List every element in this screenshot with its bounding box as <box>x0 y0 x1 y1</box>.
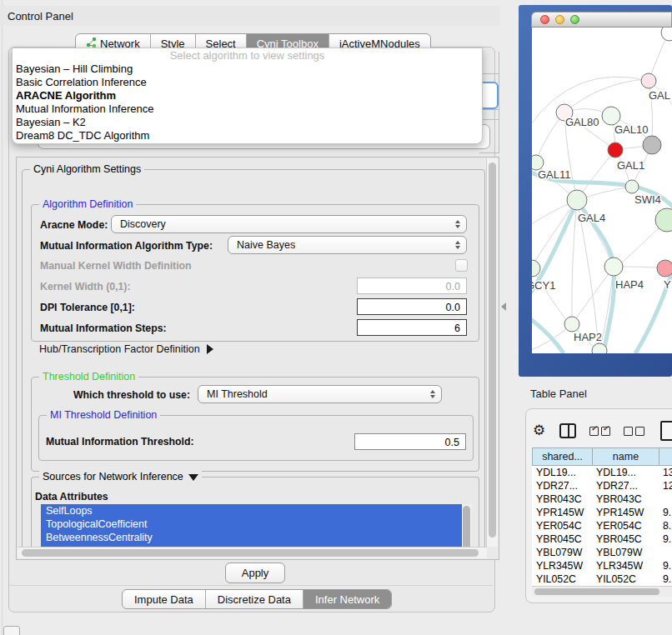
which-threshold-combo[interactable]: MI Threshold <box>198 385 442 403</box>
algorithm-dropdown-list: Bayesian – Hill ClimbingBasic Correlatio… <box>13 62 482 142</box>
table-cell: YER054C <box>592 519 659 532</box>
column-header[interactable]: name <box>592 448 659 466</box>
select-all-checkboxes-icon[interactable] <box>589 427 610 436</box>
table-horizontal-scrollbar[interactable] <box>532 586 672 597</box>
mi-threshold-definition-group: MI Threshold Definition Mutual Informati… <box>38 415 474 461</box>
table-cell: YPR145W <box>532 506 592 519</box>
splitpane-collapse-icon[interactable] <box>501 302 506 311</box>
attribute-list-scrollbar[interactable] <box>462 504 472 547</box>
table-cell: YDL19... <box>532 466 592 479</box>
network-node-y[interactable] <box>657 260 672 277</box>
column-header[interactable]: shared... <box>532 448 592 466</box>
column-layout-icon[interactable] <box>559 423 576 438</box>
network-node-swi4[interactable] <box>625 180 639 193</box>
table-cell: 9. <box>659 572 672 586</box>
dpi-tolerance-field[interactable]: 0.0 <box>357 298 467 315</box>
manual-kernel-width-checkbox[interactable] <box>455 259 468 272</box>
column-header[interactable]: A <box>659 448 672 466</box>
table-cell: YBL079W <box>592 546 659 559</box>
data-attribute-item[interactable]: TopologicalCoefficient <box>41 518 472 531</box>
table-body: YDL19...YDL19...13YDR27...YDR27...12YBR0… <box>532 466 672 586</box>
data-attributes-list: SelfLoopsTopologicalCoefficientBetweenne… <box>41 504 472 547</box>
table-row[interactable]: YDR27...YDR27...12 <box>532 479 672 492</box>
data-attribute-item[interactable]: SelfLoops <box>41 504 472 518</box>
mi-steps-field[interactable]: 6 <box>357 319 467 336</box>
data-attribute-item[interactable]: BetweennessCentrality <box>41 531 472 544</box>
aracne-mode-combo[interactable]: Discovery <box>111 215 467 233</box>
table-row[interactable]: YBR045CYBR045C9. <box>532 532 672 546</box>
network-node-gal10[interactable] <box>602 107 620 125</box>
mi-algorithm-type-combo[interactable]: Naive Bayes <box>228 236 467 254</box>
network-node-gal1[interactable] <box>608 142 623 158</box>
tab-discretize-data[interactable]: Discretize Data <box>206 590 303 608</box>
hub-definition-toggle[interactable]: Hub/Transcription Factor Definition <box>39 343 213 355</box>
algorithm-option[interactable]: Mutual Information Inference <box>13 102 482 116</box>
mi-steps-label: Mutual Information Steps: <box>40 322 167 334</box>
table-row[interactable]: YBL079WYBL079W <box>532 546 672 559</box>
table-cell: YBL079W <box>532 546 592 559</box>
network-node[interactable] <box>655 208 672 232</box>
node-label: HAP4 <box>615 278 644 291</box>
table-cell: 13 <box>659 466 672 479</box>
algorithm-option[interactable]: Dream8 DC_TDC Algorithm <box>13 129 482 142</box>
network-canvas[interactable]: GALGAL80GAL10GAL1GAL11SWI4GAL4GCY1HAP4YH… <box>532 28 672 353</box>
network-node-gal[interactable] <box>641 73 656 88</box>
table-panel: ⚙ shared...nameA YDL19...YDL19...13YDR27… <box>525 408 672 603</box>
network-node[interactable] <box>643 136 661 154</box>
algorithm-option[interactable]: Bayesian – K2 <box>13 116 482 129</box>
collapse-arrow-icon <box>188 474 198 481</box>
table-row[interactable]: YPR145WYPR145W9. <box>532 506 672 519</box>
table-row[interactable]: YBR043CYBR043C <box>532 492 672 506</box>
table-cell: YIL052C <box>592 572 659 586</box>
table-cell: 8. <box>659 519 672 532</box>
algorithm-definition-group: Algorithm Definition Aracne Mode: Discov… <box>31 204 479 342</box>
minimize-button[interactable] <box>555 15 564 24</box>
table-cell: YDR27... <box>592 479 659 492</box>
table-row[interactable]: YIL052CYIL052C9. <box>532 572 672 586</box>
sources-title-row[interactable]: Sources for Network Inference <box>39 471 202 482</box>
close-button[interactable] <box>540 15 549 24</box>
network-node-gcy1[interactable] <box>532 260 540 277</box>
stepper-arrows-icon <box>455 237 460 253</box>
zoom-button[interactable] <box>570 15 579 24</box>
table-row[interactable]: YLR345WYLR345W9. <box>532 559 672 572</box>
table-cell: YBR045C <box>532 532 592 546</box>
node-label: GCY1 <box>532 279 555 292</box>
tab-impute-data[interactable]: Impute Data <box>123 590 206 608</box>
document-icon[interactable] <box>660 421 672 441</box>
kernel-width-field[interactable]: 0.0 <box>357 278 467 294</box>
mi-threshold-field[interactable]: 0.5 <box>354 433 466 450</box>
control-panel-title: Control Panel <box>8 10 73 22</box>
node-label: GAL80 <box>565 116 599 128</box>
settings-horizontal-scrollbar[interactable] <box>18 547 487 558</box>
network-node-gal4[interactable] <box>567 190 587 210</box>
window-left-edge <box>2 0 3 635</box>
algorithm-option[interactable]: ARACNE Algorithm <box>13 89 482 102</box>
node-table: shared...nameA YDL19...YDL19...13YDR27..… <box>532 448 672 586</box>
apply-button[interactable]: Apply <box>225 562 285 583</box>
table-row[interactable]: YDL19...YDL19...13 <box>532 466 672 479</box>
data-attributes-label: Data Attributes <box>35 491 108 502</box>
algorithm-option[interactable]: Basic Correlation Inference <box>13 76 482 89</box>
table-row[interactable]: YER054CYER054C8. <box>532 519 672 532</box>
deselect-all-checkboxes-icon[interactable] <box>624 427 644 436</box>
network-node-hap2[interactable] <box>564 317 579 332</box>
gear-icon[interactable]: ⚙ <box>533 424 545 438</box>
tab-infer-network[interactable]: Infer Network <box>303 590 391 608</box>
node-label: Y <box>664 278 671 291</box>
table-cell: YDL19... <box>592 466 659 479</box>
algorithm-option[interactable]: Bayesian – Hill Climbing <box>13 62 482 76</box>
table-cell: 9. <box>659 532 672 546</box>
sources-group: Sources for Network Inference Data Attri… <box>31 477 479 547</box>
settings-vertical-scrollbar[interactable] <box>486 158 498 547</box>
bottom-tab-bar: Impute Data Discretize Data Infer Networ… <box>122 589 392 609</box>
table-cell: 9. <box>659 506 672 519</box>
network-node[interactable] <box>661 28 672 41</box>
application-root: Control Panel ✖ Network Style Select Cyn… <box>0 0 672 635</box>
network-node-hap4[interactable] <box>604 258 623 276</box>
network-window[interactable]: GALGAL80GAL10GAL1GAL11SWI4GAL4GCY1HAP4YH… <box>519 5 672 377</box>
bottom-corner-icon[interactable] <box>3 626 20 635</box>
mi-threshold-definition-title: MI Threshold Definition <box>47 409 160 421</box>
threshold-definition-group: Threshold Definition Which threshold to … <box>31 377 479 472</box>
network-window-titlebar[interactable] <box>531 12 672 28</box>
